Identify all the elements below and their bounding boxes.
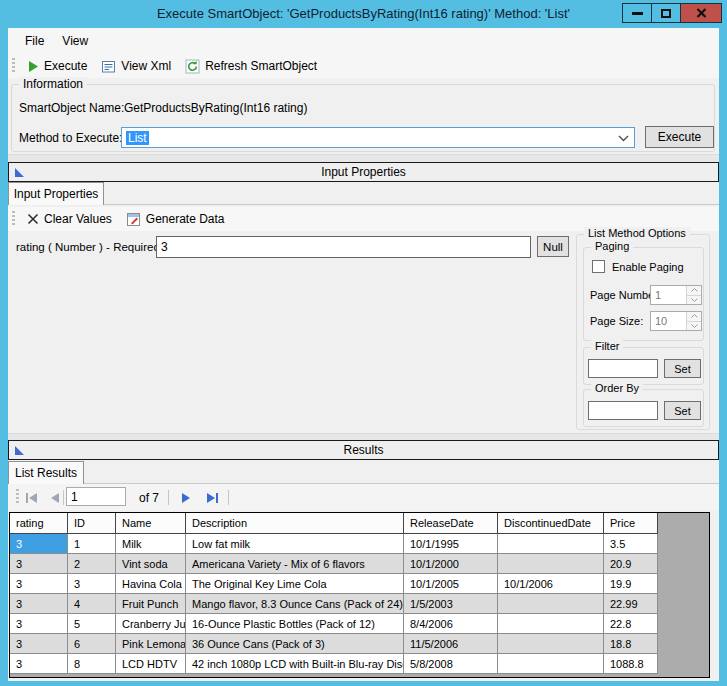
table-cell[interactable]: 3 [10,614,68,634]
column-header-ReleaseDate[interactable]: ReleaseDate [404,513,498,534]
column-header-Price[interactable]: Price [604,513,658,534]
table-cell[interactable]: 10/1/2000 [404,554,498,574]
results-grid[interactable]: ratingIDNameDescriptionReleaseDateDiscon… [9,512,710,678]
collapse-input-properties-icon[interactable] [15,168,24,177]
execute-toolbar-button[interactable]: Execute [20,56,94,76]
table-cell[interactable]: 42 inch 1080p LCD with Built-in Blu-ray … [186,654,404,674]
table-cell[interactable]: 10/1/2006 [498,574,604,594]
table-cell[interactable] [498,554,604,574]
filter-set-button[interactable]: Set [664,359,701,378]
page-number-input[interactable] [66,487,126,506]
table-cell[interactable]: 3 [10,534,68,554]
close-button[interactable] [680,3,722,23]
table-cell[interactable]: 22.8 [604,614,658,634]
table-cell[interactable] [498,534,604,554]
spinner-down-icon[interactable] [687,296,701,305]
table-cell[interactable] [498,634,604,654]
execute-method-button[interactable]: Execute [645,126,714,148]
column-header-Description[interactable]: Description [186,513,404,534]
table-cell[interactable]: 5 [68,614,116,634]
input-properties-tabstrip: Input Properties [8,182,719,205]
table-cell[interactable]: Pink Lemonade [116,634,186,654]
next-page-button[interactable] [175,488,197,507]
null-button[interactable]: Null [537,236,569,257]
table-cell[interactable]: Vint soda [116,554,186,574]
section-splitter[interactable] [8,154,719,162]
column-header-ID[interactable]: ID [68,513,116,534]
page-number-spinner[interactable]: 1 [650,285,702,305]
table-cell[interactable]: 1088.8 [604,654,658,674]
column-header-DiscontinuedDate[interactable]: DiscontinuedDate [498,513,604,534]
order-by-input[interactable] [588,401,658,420]
table-cell[interactable]: 3 [10,574,68,594]
table-cell[interactable]: 19.9 [604,574,658,594]
table-cell[interactable] [498,654,604,674]
table-cell[interactable]: Low fat milk [186,534,404,554]
table-cell[interactable]: The Original Key Lime Cola [186,574,404,594]
column-header-Name[interactable]: Name [116,513,186,534]
table-cell[interactable]: 3 [68,574,116,594]
generate-data-button[interactable]: Generate Data [119,209,232,230]
spinner-down-icon[interactable] [687,322,701,331]
table-cell[interactable]: Cranberry Juice [116,614,186,634]
table-cell[interactable]: 2 [68,554,116,574]
results-section-header[interactable]: Results [8,440,719,460]
table-cell[interactable]: LCD HDTV [116,654,186,674]
first-page-button[interactable] [20,488,42,507]
enable-paging-checkbox[interactable] [592,260,605,273]
results-grid-body: 31MilkLow fat milk10/1/19953.532Vint sod… [10,534,709,674]
input-properties-section-header[interactable]: Input Properties [8,162,719,182]
maximize-button[interactable] [651,3,681,23]
tab-input-properties[interactable]: Input Properties [8,182,104,205]
table-cell[interactable]: 11/5/2006 [404,634,498,654]
section-splitter[interactable] [8,433,719,440]
clear-values-button[interactable]: Clear Values [20,209,119,229]
table-cell[interactable]: 10/1/1995 [404,534,498,554]
maximize-icon [661,9,671,18]
table-cell[interactable]: Milk [116,534,186,554]
table-cell[interactable] [498,594,604,614]
table-cell[interactable]: 18.8 [604,634,658,654]
menu-view[interactable]: View [53,30,97,52]
view-xml-button[interactable]: View Xml [94,56,178,77]
page-size-spinner[interactable]: 10 [650,311,702,331]
table-cell[interactable] [498,614,604,634]
table-cell[interactable]: 3 [10,654,68,674]
table-cell[interactable]: 22.99 [604,594,658,614]
column-header-rating[interactable]: rating [10,513,68,534]
table-cell[interactable]: 36 Ounce Cans (Pack of 3) [186,634,404,654]
tab-list-results[interactable]: List Results [8,461,84,484]
table-cell[interactable]: 6 [68,634,116,654]
table-cell[interactable]: 20.9 [604,554,658,574]
table-cell[interactable]: Americana Variety - Mix of 6 flavors [186,554,404,574]
table-cell[interactable]: 3.5 [604,534,658,554]
table-cell[interactable]: 3 [10,634,68,654]
table-cell[interactable]: 4 [68,594,116,614]
refresh-smartobject-button[interactable]: Refresh SmartObject [178,56,324,77]
filter-input[interactable] [588,359,658,378]
spinner-up-icon[interactable] [687,286,701,296]
table-cell[interactable]: 8/4/2006 [404,614,498,634]
table-cell[interactable]: 10/1/2005 [404,574,498,594]
last-page-button[interactable] [201,488,223,507]
table-cell[interactable]: Fruit Punch [116,594,186,614]
rating-input[interactable] [156,236,531,258]
table-cell[interactable]: 5/8/2008 [404,654,498,674]
close-icon [696,8,707,18]
minimize-button[interactable] [622,3,652,23]
titlebar: Execute SmartObject: 'GetProductsByRatin… [0,0,727,28]
spinner-up-icon[interactable] [687,312,701,322]
table-cell[interactable]: 1/5/2003 [404,594,498,614]
order-by-set-button[interactable]: Set [664,401,701,420]
menu-file[interactable]: File [16,30,53,52]
table-cell[interactable]: 16-Ounce Plastic Bottles (Pack of 12) [186,614,404,634]
table-cell[interactable]: 8 [68,654,116,674]
collapse-results-icon[interactable] [15,446,24,455]
table-cell[interactable]: Mango flavor, 8.3 Ounce Cans (Pack of 24… [186,594,404,614]
table-cell[interactable]: Havina Cola [116,574,186,594]
table-cell[interactable]: 3 [10,554,68,574]
method-combobox[interactable]: List [121,127,635,148]
table-cell[interactable]: 3 [10,594,68,614]
table-cell[interactable]: 1 [68,534,116,554]
toolbar-grip [12,58,15,74]
